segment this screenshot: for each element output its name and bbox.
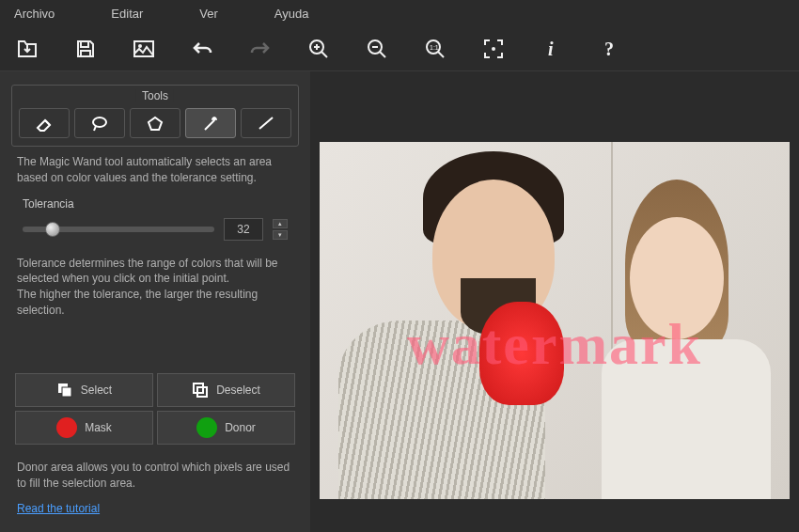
svg-point-6 [492,47,495,51]
menu-file[interactable]: Archivo [14,7,55,21]
slider-thumb[interactable] [45,222,60,237]
tool-row [12,102,298,146]
tolerance-value[interactable]: 32 [224,218,263,241]
info-icon[interactable]: i [539,36,565,62]
select-button[interactable]: Select [15,373,153,407]
sidebar: Tools The Magic Wand tool autom [0,71,310,532]
svg-rect-11 [62,387,71,397]
donor-help: Donor area allows you to control which p… [11,452,299,499]
deselect-button[interactable]: Deselect [157,373,295,407]
svg-text:i: i [548,39,554,59]
svg-point-9 [93,117,106,127]
open-folder-icon[interactable] [14,36,40,62]
magic-wand-tool[interactable] [185,108,236,138]
line-tool[interactable] [241,108,291,138]
select-label: Select [81,383,112,397]
menu-view[interactable]: Ver [199,7,218,21]
spinner-up[interactable]: ▴ [273,219,288,228]
tools-title: Tools [136,89,174,102]
eraser-tool[interactable] [19,108,70,138]
menu-help[interactable]: Ayuda [274,7,309,21]
watermark-text: watermark [320,311,790,378]
tool-description: The Magic Wand tool automatically select… [11,147,299,194]
donor-color-dot [196,417,217,438]
mask-button[interactable]: Mask [15,411,153,445]
svg-point-1 [138,44,142,48]
menu-edit[interactable]: Editar [111,7,143,21]
polygon-tool[interactable] [130,108,180,138]
help-icon[interactable]: ? [597,36,623,62]
undo-icon[interactable] [189,36,215,62]
tolerance-help: Tolerance determines the range of colors… [11,248,299,326]
canvas-image[interactable]: watermark [320,142,790,499]
menubar: Archivo Editar Ver Ayuda [0,0,799,26]
svg-rect-0 [134,41,153,56]
tolerance-spinner: ▴ ▾ [273,219,288,240]
svg-text:1:1: 1:1 [430,44,439,51]
image-icon[interactable] [131,36,157,62]
svg-text:?: ? [604,39,614,59]
deselect-label: Deselect [216,383,260,397]
zoom-in-icon[interactable] [306,36,332,62]
mask-color-dot [56,417,77,438]
zoom-out-icon[interactable] [364,36,390,62]
redo-icon[interactable] [247,36,274,62]
tolerance-control: Tolerancia 32 ▴ ▾ [11,194,299,248]
tools-panel: Tools [11,85,299,147]
spinner-down[interactable]: ▾ [273,230,288,240]
toolbar: 1:1 i ? [0,26,799,71]
tutorial-link[interactable]: Read the tutorial [11,498,299,519]
canvas[interactable]: watermark [310,71,799,532]
lasso-tool[interactable] [74,108,125,138]
tolerance-label: Tolerancia [23,197,288,211]
donor-label: Donor [225,421,256,434]
mask-label: Mask [85,421,112,434]
zoom-actual-icon[interactable]: 1:1 [422,36,448,62]
zoom-fit-icon[interactable] [480,36,507,62]
save-icon[interactable] [72,36,99,62]
donor-button[interactable]: Donor [157,411,295,445]
action-buttons: Select Deselect Mask Donor [11,373,299,445]
tolerance-slider[interactable] [23,227,214,232]
main-area: Tools The Magic Wand tool autom [0,71,799,532]
